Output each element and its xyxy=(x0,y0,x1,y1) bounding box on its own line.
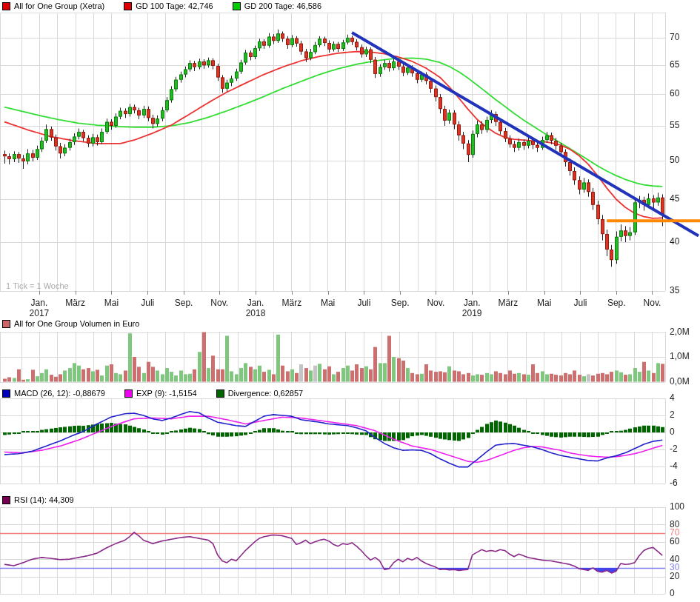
macd-swatch-icon xyxy=(2,389,10,398)
exp-label: EXP (9): -1,5154 xyxy=(136,389,197,398)
rsi-swatch-icon xyxy=(2,496,10,504)
rsi-label: RSI (14): 44,309 xyxy=(14,495,74,504)
divergence-label: Divergence: 0,62857 xyxy=(228,389,304,398)
macd-legend: MACD (26, 12): -0,88679 EXP (9): -1,5154… xyxy=(2,389,303,398)
gd200-label: GD 200 Tage: 46,586 xyxy=(244,1,321,10)
volume-swatch-icon xyxy=(2,320,10,328)
volume-legend: All for One Group Volumen in Euro xyxy=(2,319,139,328)
divergence-swatch-icon xyxy=(216,389,224,398)
volume-label: All for One Group Volumen in Euro xyxy=(14,319,139,328)
gd100-swatch-icon xyxy=(124,2,132,10)
gd100-label: GD 100 Tage: 42,746 xyxy=(136,1,213,10)
legend-item-volume: All for One Group Volumen in Euro xyxy=(2,319,139,328)
legend-item-instrument: All for One Group (Xetra) xyxy=(2,1,104,10)
price-legend: All for One Group (Xetra) GD 100 Tage: 4… xyxy=(2,1,321,10)
legend-item-gd200: GD 200 Tage: 46,586 xyxy=(233,1,321,10)
legend-item-gd100: GD 100 Tage: 42,746 xyxy=(124,1,213,10)
instrument-swatch-icon xyxy=(2,2,10,10)
legend-item-macd: MACD (26, 12): -0,88679 xyxy=(2,389,105,398)
gd200-swatch-icon xyxy=(233,2,241,10)
instrument-label: All for One Group (Xetra) xyxy=(14,1,104,10)
legend-item-divergence: Divergence: 0,62857 xyxy=(216,389,304,398)
macd-label: MACD (26, 12): -0,88679 xyxy=(14,389,105,398)
chart-canvas xyxy=(0,0,700,602)
stock-chart-app: All for One Group (Xetra) GD 100 Tage: 4… xyxy=(0,0,700,602)
legend-item-rsi: RSI (14): 44,309 xyxy=(2,495,74,504)
exp-swatch-icon xyxy=(124,389,133,398)
legend-item-exp: EXP (9): -1,5154 xyxy=(124,389,197,398)
rsi-legend: RSI (14): 44,309 xyxy=(2,495,74,504)
